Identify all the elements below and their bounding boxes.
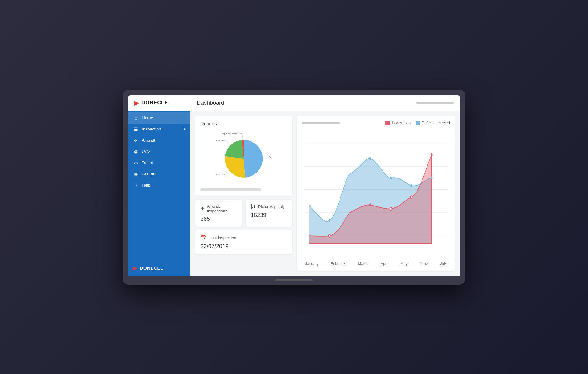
- last-inspection-card: 📅 Last inspection 22/07/2019: [195, 230, 292, 254]
- right-panel: Inspections Defects detected: [297, 116, 455, 271]
- pie-chart: Defect: 49%Paint: 28%Markings: 21%Lightn…: [216, 132, 272, 182]
- aircraft-icon: ✈: [133, 138, 139, 143]
- legend-inspections-dot: [385, 121, 390, 125]
- legend-inspections: Inspections: [385, 121, 411, 125]
- area-chart: [302, 128, 450, 259]
- sidebar-item-help[interactable]: ? Help: [128, 180, 190, 191]
- pie-segment-paint: [225, 156, 245, 177]
- app-header: ▶ DONECLE Dashboard: [128, 95, 460, 111]
- pictures-total-header: 🖼 Pictures (total): [251, 204, 287, 210]
- contact-icon: ◉: [133, 172, 139, 177]
- sidebar-item-inspection[interactable]: ☰ Inspection: [128, 124, 190, 135]
- help-icon: ?: [133, 183, 139, 188]
- defect-point-feb: [329, 219, 330, 222]
- header-search-bar: [416, 102, 454, 104]
- legend-defects: Defects detected: [416, 121, 450, 125]
- defect-point-apr: [369, 157, 371, 160]
- app-container: ▶ DONECLE Dashboard ⌂ Home: [128, 95, 460, 276]
- chart-area: [302, 128, 450, 259]
- legend-defects-label: Defects detected: [422, 121, 450, 125]
- chart-header: Inspections Defects detected: [302, 121, 450, 125]
- inspect-point-apr: [369, 203, 371, 206]
- sidebar-item-contact[interactable]: ◉ Contact: [128, 168, 190, 180]
- x-label-feb: February: [331, 262, 346, 266]
- sidebar-footer-logo-text: DONECLE: [140, 266, 163, 271]
- stats-row: ✈ Aircraft inspections 385 🖼 Pictures (t…: [195, 200, 292, 227]
- inspect-point-jul: [431, 153, 433, 156]
- laptop-frame: ▶ DONECLE Dashboard ⌂ Home: [123, 90, 465, 285]
- last-inspection-label: Last inspection: [209, 235, 236, 240]
- logo-area: ▶ DONECLE: [134, 99, 197, 107]
- sidebar-item-contact-label: Contact: [142, 172, 157, 176]
- sidebar-nav: ⌂ Home ☰ Inspection ✈ Aircraft ◎: [128, 111, 190, 260]
- sidebar-item-home-label: Home: [142, 116, 153, 120]
- svg-text:Defect: 49%: Defect: 49%: [269, 156, 272, 158]
- pie-segment-defect: [244, 140, 263, 178]
- sidebar-item-uav[interactable]: ◎ UAV: [128, 146, 190, 157]
- home-icon: ⌂: [133, 116, 139, 121]
- pictures-total-card: 🖼 Pictures (total) 16239: [246, 200, 292, 227]
- sidebar-footer-logo-icon: ▶: [133, 265, 137, 272]
- x-label-jan: January: [305, 262, 319, 266]
- x-label-mar: March: [358, 262, 368, 266]
- tablet-icon: ▭: [133, 160, 139, 165]
- laptop-notch: [275, 279, 313, 281]
- reports-title: Reports: [200, 121, 287, 126]
- svg-text:Lightning Strike: 2%: Lightning Strike: 2%: [222, 132, 242, 135]
- header-right: [416, 102, 454, 104]
- sidebar: ⌂ Home ☰ Inspection ✈ Aircraft ◎: [128, 111, 190, 276]
- chart-filter-bar[interactable]: [302, 122, 340, 124]
- uav-icon: ◎: [133, 149, 139, 154]
- chart-legend: Inspections Defects detected: [385, 121, 450, 125]
- laptop-base: [128, 276, 460, 285]
- svg-text:Markings: 21%: Markings: 21%: [216, 140, 226, 142]
- page-title: Dashboard: [197, 100, 224, 106]
- sidebar-footer: ▶ DONECLE: [128, 260, 190, 276]
- aircraft-inspections-header: ✈ Aircraft inspections: [200, 204, 237, 213]
- pictures-icon: 🖼: [251, 204, 256, 210]
- inspection-icon: ☰: [133, 127, 139, 132]
- svg-text:Paint: 28%: Paint: 28%: [216, 173, 226, 176]
- defect-point-may: [390, 176, 392, 179]
- defect-point-jun: [410, 184, 412, 187]
- last-inspection-header: 📅 Last inspection: [200, 235, 287, 241]
- x-label-jun: June: [420, 262, 428, 266]
- last-inspection-value: 22/07/2019: [200, 243, 287, 250]
- reports-card: Reports: [195, 116, 292, 196]
- pictures-total-label: Pictures (total): [258, 204, 284, 209]
- aircraft-inspections-card: ✈ Aircraft inspections 385: [195, 200, 242, 227]
- x-label-jul: July: [440, 262, 447, 266]
- pictures-total-value: 16239: [251, 212, 287, 219]
- inspect-point-may: [390, 207, 392, 210]
- x-label-may: May: [400, 262, 407, 266]
- left-panel: Reports: [195, 116, 292, 271]
- reports-scrollbar[interactable]: [200, 188, 261, 191]
- inspect-point-jun: [410, 196, 412, 199]
- sidebar-item-tablet-label: Tablet: [142, 160, 153, 165]
- laptop-screen: ▶ DONECLE Dashboard ⌂ Home: [128, 95, 460, 276]
- aircraft-inspections-label: Aircraft inspections: [207, 204, 237, 213]
- sidebar-item-inspection-label: Inspection: [142, 127, 161, 131]
- inspect-point-feb: [329, 234, 330, 237]
- sidebar-item-uav-label: UAV: [142, 149, 150, 154]
- main-content: Reports: [190, 111, 460, 276]
- aircraft-inspections-icon: ✈: [200, 206, 205, 211]
- defect-point-jul: [431, 176, 433, 179]
- legend-inspections-label: Inspections: [392, 121, 411, 125]
- calendar-icon: 📅: [200, 235, 207, 241]
- legend-defects-dot: [416, 121, 420, 125]
- app-body: ⌂ Home ☰ Inspection ✈ Aircraft ◎: [128, 111, 460, 276]
- sidebar-item-aircraft-label: Aircraft: [142, 138, 155, 143]
- chart-x-labels: January February March April May June Ju…: [302, 259, 450, 266]
- x-label-apr: April: [381, 262, 388, 266]
- sidebar-item-home[interactable]: ⌂ Home: [128, 112, 190, 124]
- aircraft-inspections-value: 385: [200, 216, 237, 222]
- sidebar-item-tablet[interactable]: ▭ Tablet: [128, 157, 190, 168]
- logo-icon: ▶: [134, 99, 139, 107]
- sidebar-item-aircraft[interactable]: ✈ Aircraft: [128, 135, 190, 146]
- pie-chart-container: Defect: 49%Paint: 28%Markings: 21%Lightn…: [200, 129, 287, 185]
- sidebar-item-help-label: Help: [142, 183, 151, 187]
- logo-text: DONECLE: [142, 100, 168, 106]
